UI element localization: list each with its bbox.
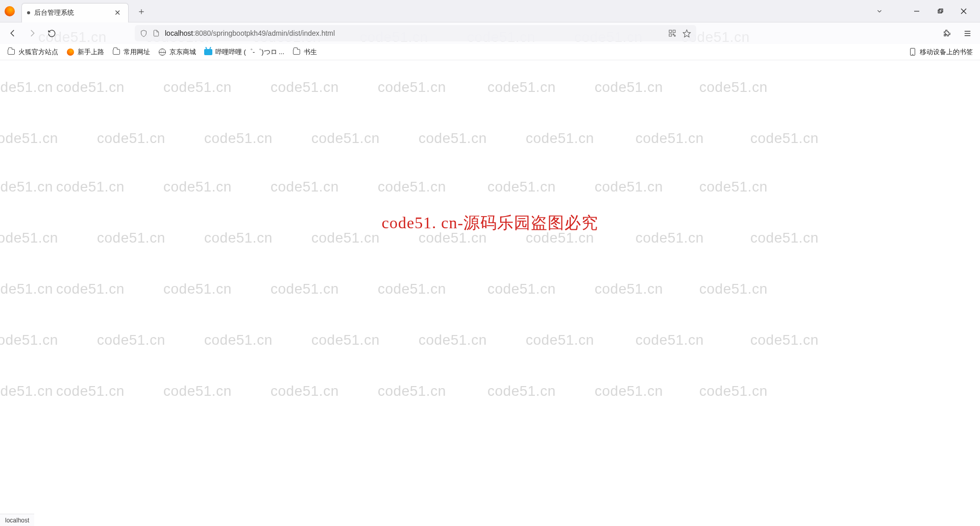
- bookmark-label: 哔哩哔哩 (゜-゜)つロ ...: [215, 47, 284, 57]
- mobile-icon: [909, 48, 917, 56]
- status-text: localhost: [5, 517, 29, 524]
- globe-icon: [158, 48, 166, 56]
- tab-title: 后台管理系统: [34, 8, 108, 17]
- nav-back-button[interactable]: [5, 26, 20, 41]
- app-menu-button[interactable]: [960, 26, 975, 41]
- folder-icon: [112, 48, 120, 56]
- new-tab-button[interactable]: ＋: [133, 3, 150, 19]
- bookmark-label: 京东商城: [169, 47, 196, 57]
- bookmark-label: 书生: [304, 47, 317, 57]
- bookmark-item[interactable]: 新手上路: [66, 47, 104, 57]
- firefox-logo-icon: [3, 5, 16, 18]
- window-controls: [905, 4, 975, 19]
- page-info-icon[interactable]: [153, 30, 160, 37]
- mobile-bookmarks-button[interactable]: 移动设备上的书签: [909, 47, 973, 57]
- svg-rect-8: [673, 34, 674, 35]
- browser-tab[interactable]: 后台管理系统 ✕: [21, 3, 129, 22]
- svg-rect-5: [669, 30, 672, 33]
- nav-forward-button[interactable]: [24, 26, 40, 41]
- page-content: code51. cn-源码乐园盗图必究: [0, 60, 980, 514]
- window-maximize-button[interactable]: [929, 4, 951, 19]
- svg-rect-2: [939, 9, 943, 12]
- svg-rect-6: [673, 30, 675, 33]
- status-bar: localhost: [0, 514, 34, 526]
- extensions-button[interactable]: [939, 26, 954, 41]
- nav-reload-button[interactable]: [44, 26, 59, 41]
- firefox-icon: [66, 48, 75, 56]
- bookmark-item[interactable]: 京东商城: [158, 47, 196, 57]
- bookmark-star-icon[interactable]: [682, 29, 691, 38]
- window-minimize-button[interactable]: [905, 4, 928, 19]
- url-text[interactable]: localhost:8080/springbootpkh49/admin/dis…: [165, 29, 663, 37]
- url-bar[interactable]: localhost:8080/springbootpkh49/admin/dis…: [135, 25, 696, 41]
- bookmark-label: 常用网址: [124, 47, 150, 57]
- bookmark-label: 新手上路: [78, 47, 104, 57]
- tabs-dropdown-button[interactable]: [874, 6, 885, 17]
- center-watermark-text: code51. cn-源码乐园盗图必究: [382, 212, 598, 234]
- folder-icon: [7, 48, 15, 56]
- shield-icon: [140, 30, 148, 37]
- svg-rect-1: [938, 10, 942, 13]
- tab-close-button[interactable]: ✕: [112, 7, 123, 18]
- folder-icon: [292, 48, 301, 56]
- svg-marker-10: [683, 30, 690, 37]
- bookmark-item[interactable]: 常用网址: [112, 47, 150, 57]
- bookmark-item[interactable]: 书生: [292, 47, 317, 57]
- tab-loading-dot-icon: [27, 11, 30, 14]
- titlebar: 后台管理系统 ✕ ＋: [0, 0, 980, 22]
- bookmark-label: 火狐官方站点: [18, 47, 58, 57]
- qr-icon[interactable]: [668, 29, 676, 37]
- bilibili-icon: [204, 48, 212, 56]
- window-close-button[interactable]: [952, 4, 975, 19]
- toolbar: localhost:8080/springbootpkh49/admin/dis…: [0, 22, 980, 44]
- bookmark-item[interactable]: 哔哩哔哩 (゜-゜)つロ ...: [204, 47, 284, 57]
- svg-rect-9: [674, 35, 675, 36]
- bookmark-label: 移动设备上的书签: [920, 47, 973, 57]
- bookmarks-bar: 火狐官方站点 新手上路 常用网址 京东商城 哔哩哔哩 (゜-゜)つロ ... 书…: [0, 44, 980, 60]
- bookmark-item[interactable]: 火狐官方站点: [7, 47, 58, 57]
- svg-rect-7: [669, 34, 672, 36]
